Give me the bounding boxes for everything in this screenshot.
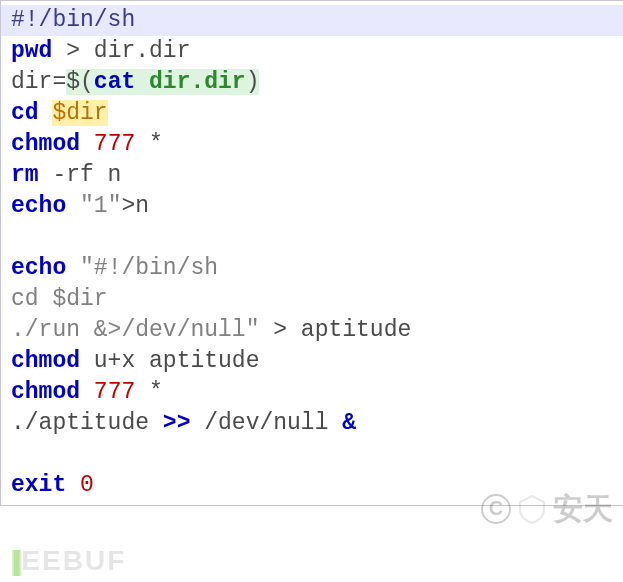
text: u+x aptitude [80, 348, 259, 374]
text: * [135, 379, 163, 405]
text: /dev/null [190, 410, 342, 436]
text: > dir.dir [52, 38, 190, 64]
string-1: "1" [80, 193, 121, 219]
operator-append: >> [163, 410, 191, 436]
code-line-echo-1: echo "1">n [11, 191, 623, 222]
inner-text: cd $dir [11, 286, 108, 312]
watermark-left-text: EEBUF [21, 545, 126, 576]
text: ./aptitude [11, 410, 163, 436]
blank-line [11, 439, 623, 470]
inner-text: ./run &>/dev/null" [11, 317, 259, 343]
number-0: 0 [80, 472, 94, 498]
code-line-chmod-ux: chmod u+x aptitude [11, 346, 623, 377]
code-block: #!/bin/sh pwd > dir.dir dir=$(cat dir.di… [0, 0, 623, 506]
keyword-exit: exit [11, 472, 66, 498]
keyword-chmod: chmod [11, 131, 80, 157]
space [80, 131, 94, 157]
watermark-freebuf: ||||EEBUF [10, 545, 126, 576]
sub-arg: dir.dir [135, 69, 245, 95]
operator-bg: & [342, 410, 356, 436]
space [39, 100, 53, 126]
blank-line [11, 222, 623, 253]
keyword-pwd: pwd [11, 38, 52, 64]
code-line-pwd: pwd > dir.dir [11, 36, 623, 67]
keyword-echo: echo [11, 193, 66, 219]
keyword-rm: rm [11, 162, 39, 188]
code-line-inner-run: ./run &>/dev/null" > aptitude [11, 315, 623, 346]
keyword-chmod: chmod [11, 379, 80, 405]
text: > aptitude [259, 317, 411, 343]
text: -rf n [39, 162, 122, 188]
code-line-inner-cd: cd $dir [11, 284, 623, 315]
text: * [135, 131, 163, 157]
watermark-bars-icon: |||| [10, 545, 17, 576]
code-line-aptitude-run: ./aptitude >> /dev/null & [11, 408, 623, 439]
text: dir= [11, 69, 66, 95]
command-substitution: $(cat dir.dir) [66, 69, 259, 95]
space [66, 193, 80, 219]
variable-dir: $dir [52, 100, 107, 126]
string-open: "#!/bin/sh [80, 255, 218, 281]
code-line-cd: cd $dir [11, 98, 623, 129]
shebang-text: #!/bin/sh [11, 7, 135, 33]
sub-close: ) [246, 69, 260, 95]
keyword-cat: cat [94, 69, 135, 95]
code-line-dir-assign: dir=$(cat dir.dir) [11, 67, 623, 98]
code-line-exit: exit 0 [11, 470, 623, 501]
sub-open: $( [66, 69, 94, 95]
code-line-echo-heredoc-start: echo "#!/bin/sh [11, 253, 623, 284]
space [66, 472, 80, 498]
keyword-chmod: chmod [11, 348, 80, 374]
space [80, 379, 94, 405]
keyword-echo: echo [11, 255, 66, 281]
code-line-chmod-1: chmod 777 * [11, 129, 623, 160]
keyword-cd: cd [11, 100, 39, 126]
code-line-chmod-2: chmod 777 * [11, 377, 623, 408]
number-777: 777 [94, 131, 135, 157]
shebang-line: #!/bin/sh [1, 5, 623, 36]
text: >n [121, 193, 149, 219]
number-777: 777 [94, 379, 135, 405]
code-line-rm: rm -rf n [11, 160, 623, 191]
space [66, 255, 80, 281]
